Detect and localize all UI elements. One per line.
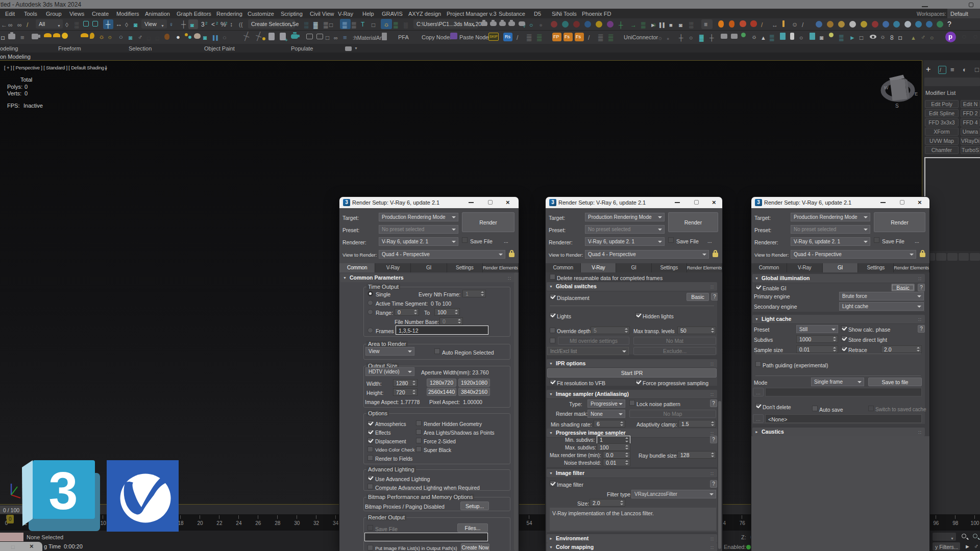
svg-text:S: S — [895, 103, 899, 109]
svg-text:3: 3 — [48, 462, 78, 520]
svg-text:E: E — [915, 91, 918, 96]
svg-text:W: W — [884, 85, 889, 90]
